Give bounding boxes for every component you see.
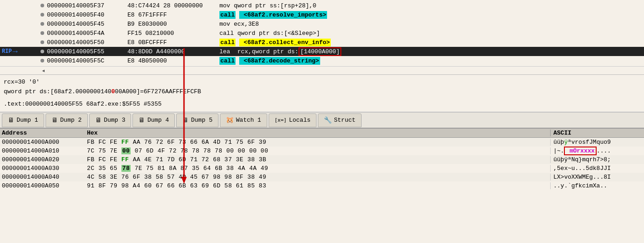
- dump-ascii-values: ûüþÿªvrosfJMquo9: [550, 139, 642, 146]
- disasm-row[interactable]: 0000000140005F37 48:C74424 28 00000000 m…: [0, 1, 644, 10]
- hex-trailing-zeros: 00 00 00 00: [226, 147, 268, 154]
- disasm-row[interactable]: 0000000140005F40 E8 67F1FFFF call <68af2…: [0, 10, 644, 19]
- watch1-icon: 🐹: [226, 116, 234, 124]
- disasm-row[interactable]: 0000000140005F45 B9 E8030000 mov ecx,3E8: [0, 19, 644, 28]
- horizontal-scrollbar[interactable]: ◂: [0, 67, 644, 75]
- dump-row[interactable]: 000000014000A020 FB FC FE FF AA 4E 71 7D…: [0, 155, 644, 164]
- disasm-bytes: 48:C74424 28 00000000: [127, 2, 219, 9]
- dump-address: 000000014000A010: [2, 147, 87, 154]
- bullet-indicator: [39, 48, 46, 55]
- locals-icon: [x=]: [275, 117, 287, 123]
- tab-dump1[interactable]: 🖥 Dump 1: [2, 113, 44, 127]
- dump-row[interactable]: 000000014000A050 91 8F 79 98 A4 60 67 66…: [0, 181, 644, 190]
- dump-address: 000000014000A000: [2, 139, 87, 146]
- ascii-boxed-highlight: mOrxxxx: [564, 147, 596, 155]
- tab-dump4-label: Dump 4: [147, 117, 169, 124]
- dump-ascii-values: ûüþÿªNq}mqrh7>8;: [550, 156, 642, 163]
- dump-table-header: Address Hex ASCII: [0, 129, 644, 138]
- rip-label: [2, 39, 39, 45]
- bullet-indicator: [39, 29, 46, 37]
- tab-struct-label: Struct: [334, 117, 356, 124]
- rip-text: RIP: [2, 48, 12, 55]
- instr-call-target: <68af2.resolve_imports>: [239, 11, 327, 19]
- disasm-address: 0000000140005F50: [47, 39, 127, 46]
- hex-green-value: FF: [121, 139, 129, 146]
- disasm-rip-row[interactable]: RIP → 0000000140005F55 48:8D0D A4400000 …: [0, 47, 644, 56]
- disasm-bytes: E8 67F1FFFF: [127, 11, 219, 18]
- tab-watch1-label: Watch 1: [236, 117, 261, 124]
- disasm-address: 0000000140005F37: [47, 2, 127, 9]
- disasm-bytes: 48:8D0D A4400000: [127, 48, 219, 55]
- dump-hex-values: 7C 75 7E 00 07 6D 4F 72 78 78 78 78 00 0…: [87, 147, 550, 154]
- header-hex: Hex: [87, 130, 550, 136]
- info-line-1: rcx=30 '0': [4, 78, 640, 87]
- instr-call-target: <68af2.decode_string>: [239, 57, 320, 65]
- bullet-indicator: [39, 57, 46, 64]
- rip-arrow-icon: →: [13, 47, 18, 56]
- dump-address: 000000014000A030: [2, 165, 87, 172]
- dump-table: Address Hex ASCII 000000014000A000 FB FC…: [0, 129, 644, 190]
- dump-row[interactable]: 000000014000A030 2C 35 65 78 7E 75 81 8A…: [0, 164, 644, 173]
- disasm-address: 0000000140005F45: [47, 21, 127, 28]
- info-qword-rest: 00A000]=6F7276AAFFFEFCFB: [115, 88, 201, 95]
- dump-address: 000000014000A020: [2, 156, 87, 163]
- disasm-bytes: FF15 08210000: [127, 30, 219, 37]
- dump-ascii-values: ,5ex~u...5dk8JJI: [550, 165, 642, 172]
- ascii-ff: ÿ: [564, 139, 568, 146]
- disasm-bytes: B9 E8030000: [127, 21, 219, 28]
- hex-highlighted-00: 00: [121, 147, 131, 154]
- bullet-indicator: [39, 2, 46, 9]
- dump3-icon: 🖥: [95, 117, 102, 124]
- bullet-indicator: [39, 39, 46, 46]
- tab-locals[interactable]: [x=] Locals: [269, 113, 316, 127]
- bullet-indicator: [39, 20, 46, 28]
- dump-row[interactable]: 000000014000A040 4C 58 3E 76 6F 38 58 57…: [0, 173, 644, 181]
- tabs-bar: 🖥 Dump 1 🖥 Dump 2 🖥 Dump 3 🖥 Dump 4 🖥 Du…: [0, 112, 644, 129]
- info-addr-highlight: 0: [111, 88, 115, 95]
- dump-hex-values: 2C 35 65 78 7E 75 81 8A 87 35 64 6B 38 4…: [87, 165, 550, 172]
- tab-dump4[interactable]: 🖥 Dump 4: [132, 113, 175, 127]
- disasm-instruction: lea rcx,qword ptr ds:[14000A000]: [219, 48, 644, 55]
- disasm-row[interactable]: 0000000140005F5C E8 4B050000 call <68af2…: [0, 56, 644, 65]
- disasm-row[interactable]: 0000000140005F50 E8 0BFCFFFF call <68af2…: [0, 38, 644, 47]
- tab-dump2[interactable]: 🖥 Dump 2: [46, 113, 88, 127]
- disasm-bytes: E8 4B050000: [127, 57, 219, 64]
- disasm-instruction: call <68af2.collect_env_info>: [219, 39, 644, 46]
- rip-label: [2, 30, 39, 36]
- rip-label: [2, 11, 39, 18]
- struct-icon: 🔧: [324, 116, 332, 124]
- dump-row[interactable]: 000000014000A000 FB FC FE FF AA 76 72 6F…: [0, 138, 644, 147]
- disassembly-panel: 0000000140005F37 48:C74424 28 00000000 m…: [0, 0, 644, 67]
- tab-dump5[interactable]: 🖥 Dump 5: [176, 113, 218, 127]
- tab-dump3[interactable]: 🖥 Dump 3: [89, 113, 132, 127]
- disasm-instruction: call <68af2.decode_string>: [219, 57, 644, 64]
- instr-call-target: <68af2.collect_env_info>: [239, 39, 331, 46]
- dump4-icon: 🖥: [138, 117, 145, 124]
- instr-text: mov qword ptr ss:[rsp+28],0: [219, 2, 316, 9]
- disasm-instruction: call <68af2.resolve_imports>: [219, 11, 644, 18]
- instr-text: mov ecx,3E8: [219, 21, 259, 28]
- disasm-row[interactable]: 0000000140005F4A FF15 08210000 call qwor…: [0, 28, 644, 38]
- disasm-instruction: mov ecx,3E8: [219, 21, 644, 28]
- dump-address: 000000014000A050: [2, 182, 87, 189]
- bullet-indicator: [39, 11, 46, 18]
- instr-text: call: [219, 11, 236, 19]
- tab-locals-label: Locals: [289, 117, 310, 124]
- rip-indicator: RIP →: [2, 47, 39, 56]
- instr-call: call: [219, 57, 236, 65]
- disasm-address: 0000000140005F5C: [47, 57, 127, 64]
- disasm-address: 0000000140005F55: [47, 48, 127, 55]
- tab-dump1-label: Dump 1: [17, 117, 38, 124]
- tab-struct[interactable]: 🔧 Struct: [318, 113, 362, 127]
- scroll-left-icon[interactable]: ◂: [41, 67, 45, 74]
- tab-watch1[interactable]: 🐹 Watch 1: [220, 113, 267, 127]
- dump-ascii-values: ..y.`gfkcimXa..: [550, 182, 642, 189]
- header-address: Address: [2, 130, 87, 136]
- disasm-address: 0000000140005F40: [47, 11, 127, 18]
- instr-address-ref: [14000A000]: [299, 47, 342, 56]
- info-qword-label: qword ptr ds:[68af2.0000000140: [4, 88, 111, 95]
- dump-hex-values: FB FC FE FF AA 76 72 6F 73 66 6A 4D 71 7…: [87, 139, 550, 146]
- dump-row[interactable]: 000000014000A010 7C 75 7E 00 07 6D 4F 72…: [0, 147, 644, 155]
- disasm-address: 0000000140005F4A: [47, 30, 127, 37]
- hex-highlighted-78: 78: [121, 165, 131, 172]
